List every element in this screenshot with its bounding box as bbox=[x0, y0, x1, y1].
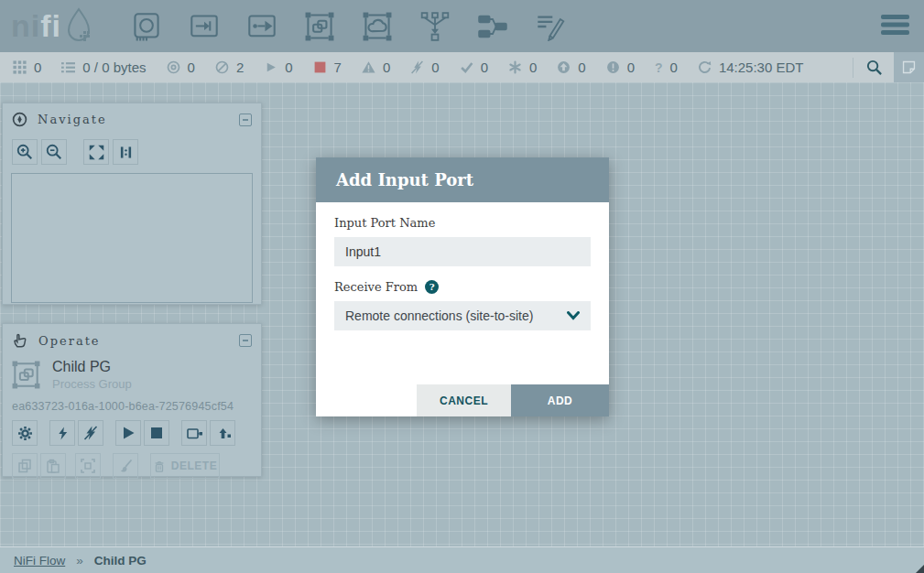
queued-icon bbox=[61, 60, 75, 74]
stale-count: 0 bbox=[557, 59, 585, 75]
paste-button[interactable] bbox=[40, 453, 66, 479]
dialog-title: Add Input Port bbox=[336, 170, 473, 189]
status-value: 0 bbox=[383, 59, 390, 75]
not-transmitting-icon bbox=[215, 60, 229, 74]
invalid-icon bbox=[362, 60, 375, 74]
upload-template-button[interactable] bbox=[210, 420, 235, 446]
hand-icon bbox=[12, 332, 28, 349]
stopped-count: 7 bbox=[313, 59, 342, 75]
stop-button[interactable] bbox=[144, 420, 169, 446]
navigate-header: Navigate bbox=[3, 103, 261, 134]
flow-status-bar: 0 0 / 0 bytes 0 2 0 7 0 0 0 0 0 0 bbox=[0, 52, 924, 82]
stale-icon bbox=[557, 60, 571, 74]
selected-component: Child PG Process Group bbox=[3, 355, 261, 391]
funnel-icon[interactable] bbox=[420, 12, 450, 41]
locally-modified-stale-icon bbox=[606, 60, 620, 74]
status-value: 2 bbox=[236, 59, 244, 75]
breadcrumb-root[interactable]: NiFi Flow bbox=[14, 554, 65, 568]
status-value: 7 bbox=[334, 59, 342, 75]
sync-failure-icon: ? bbox=[655, 60, 663, 75]
breadcrumb-current: Child PG bbox=[94, 554, 147, 568]
operate-actions-row-1 bbox=[3, 413, 261, 446]
zoom-actual-size-button[interactable] bbox=[113, 139, 138, 165]
receive-from-select[interactable]: Remote connections (site-to-site) bbox=[334, 301, 591, 330]
zoom-fit-button[interactable] bbox=[83, 139, 109, 165]
component-type: Process Group bbox=[52, 377, 132, 391]
breadcrumb-separator: » bbox=[76, 554, 83, 568]
invalid-count: 0 bbox=[362, 59, 390, 75]
copy-button[interactable] bbox=[12, 453, 38, 479]
input-port-icon[interactable] bbox=[190, 12, 219, 41]
component-name: Child PG bbox=[52, 359, 132, 375]
bulletin-icon[interactable] bbox=[894, 52, 924, 82]
fill-color-button[interactable] bbox=[113, 453, 138, 479]
operate-actions-row-2: DELETE bbox=[3, 446, 261, 479]
processor-icon[interactable] bbox=[132, 12, 161, 41]
active-threads-count: 0 bbox=[13, 59, 41, 75]
locally-modified-icon bbox=[508, 60, 522, 74]
input-port-name-label: Input Port Name bbox=[334, 216, 591, 230]
remote-process-group-icon[interactable] bbox=[363, 12, 392, 41]
compass-icon bbox=[12, 112, 27, 127]
enable-button[interactable] bbox=[49, 420, 75, 446]
navigate-panel: Navigate bbox=[2, 103, 262, 305]
template-icon[interactable] bbox=[478, 12, 507, 41]
label-icon[interactable] bbox=[536, 12, 565, 41]
dialog-header: Add Input Port bbox=[316, 157, 609, 202]
configure-button[interactable] bbox=[12, 420, 38, 446]
dialog-footer: CANCEL ADD bbox=[417, 384, 609, 416]
status-value: 0 bbox=[481, 59, 488, 75]
delete-label: DELETE bbox=[171, 459, 217, 472]
collapse-operate-button[interactable] bbox=[239, 334, 252, 347]
not-transmitting-count: 2 bbox=[215, 59, 244, 75]
resize-grip bbox=[916, 565, 924, 573]
zoom-out-button[interactable] bbox=[41, 139, 67, 165]
cancel-button[interactable]: CANCEL bbox=[417, 384, 511, 416]
zoom-in-button[interactable] bbox=[12, 139, 38, 165]
status-value: 0 bbox=[578, 59, 585, 75]
birdseye-minimap[interactable] bbox=[11, 173, 253, 303]
status-value: 0 / 0 bytes bbox=[82, 59, 146, 75]
locally-modified-count: 0 bbox=[508, 59, 537, 75]
status-value: 0 bbox=[431, 59, 439, 75]
add-input-port-dialog: Add Input Port Input Port Name Receive F… bbox=[316, 157, 609, 416]
transmitting-count: 0 bbox=[167, 59, 195, 75]
status-value: 0 bbox=[188, 59, 195, 75]
disabled-count: 0 bbox=[410, 59, 439, 75]
chevron-down-icon bbox=[567, 311, 580, 320]
draggable-components bbox=[132, 12, 565, 41]
help-icon[interactable]: ? bbox=[425, 280, 439, 294]
delete-button[interactable]: DELETE bbox=[150, 453, 220, 479]
search-icon[interactable] bbox=[853, 52, 894, 82]
operate-header: Operate bbox=[3, 324, 261, 355]
status-value: 0 bbox=[285, 59, 292, 75]
create-template-button[interactable] bbox=[181, 420, 207, 446]
group-button[interactable] bbox=[75, 453, 101, 479]
collapse-navigate-button[interactable] bbox=[239, 114, 252, 126]
stopped-icon bbox=[313, 60, 327, 74]
status-value: 0 bbox=[670, 59, 678, 75]
up-to-date-count: 0 bbox=[460, 59, 488, 75]
add-button[interactable]: ADD bbox=[511, 384, 609, 416]
process-group-icon[interactable] bbox=[305, 12, 334, 41]
refresh-icon[interactable] bbox=[698, 60, 712, 74]
component-id: ea633723-016a-1000-b6ea-72576945cf54 bbox=[3, 391, 261, 413]
status-value: 0 bbox=[627, 59, 635, 75]
operate-title: Operate bbox=[38, 334, 101, 348]
nifi-drop-icon bbox=[63, 7, 94, 46]
nifi-logo: nifi bbox=[11, 7, 112, 46]
up-to-date-icon bbox=[460, 60, 473, 74]
status-value: 0 bbox=[34, 59, 41, 75]
disabled-icon bbox=[410, 60, 424, 74]
hamburger-menu-icon[interactable] bbox=[881, 15, 909, 38]
status-value: 0 bbox=[529, 59, 537, 75]
input-port-name-field[interactable] bbox=[334, 237, 591, 266]
output-port-icon[interactable] bbox=[247, 12, 277, 41]
disable-button[interactable] bbox=[78, 420, 103, 446]
navigate-title: Navigate bbox=[38, 113, 107, 126]
refresh-status: 14:25:30 EDT bbox=[698, 59, 804, 75]
start-button[interactable] bbox=[115, 420, 141, 446]
active-threads-icon bbox=[13, 60, 27, 74]
component-toolbar: nifi bbox=[0, 0, 924, 52]
last-refreshed-time: 14:25:30 EDT bbox=[719, 59, 804, 75]
